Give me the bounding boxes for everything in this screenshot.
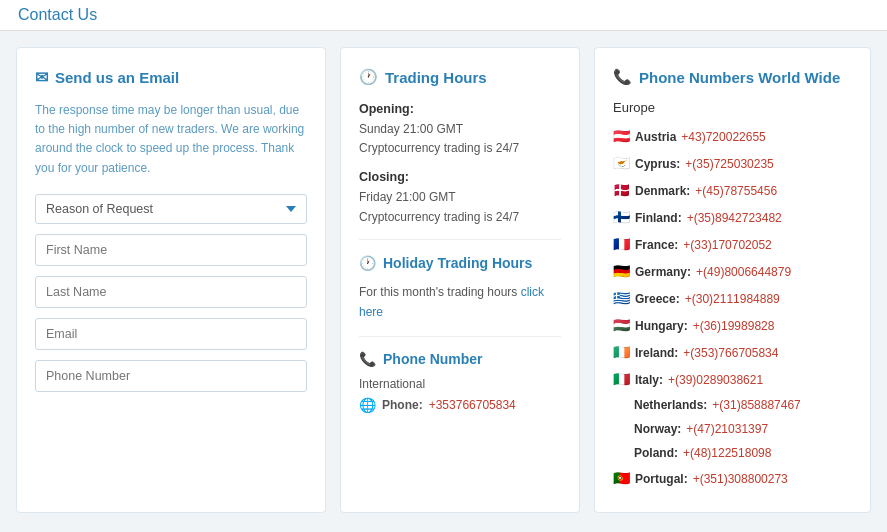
flag-icon: 🇩🇰 xyxy=(613,180,630,201)
email-section-title: ✉ Send us an Email xyxy=(35,68,307,87)
closing-label: Closing: xyxy=(359,170,561,184)
trading-panel: 🕐 Trading Hours Opening: Sunday 21:00 GM… xyxy=(340,47,580,513)
country-item: 🇩🇰Denmark:+(45)78755456 xyxy=(613,177,852,204)
clock-icon-2: 🕐 xyxy=(359,254,376,274)
holiday-link[interactable]: click here xyxy=(359,285,544,318)
intl-label: International xyxy=(359,377,561,391)
phone-label: Phone: xyxy=(382,398,423,412)
holiday-text: For this month's trading hours click her… xyxy=(359,283,561,321)
phone-number-title: 📞 Phone Number xyxy=(359,351,561,367)
email-icon: ✉ xyxy=(35,68,48,87)
country-name: Ireland: xyxy=(635,344,678,362)
flag-icon: 🇨🇾 xyxy=(613,153,630,174)
country-item: 🇭🇺Hungary:+(36)19989828 xyxy=(613,312,852,339)
country-list: 🇦🇹Austria+43)720022655🇨🇾Cyprus:+(35)7250… xyxy=(613,123,852,492)
reason-dropdown-group: Reason of Request Technical Support Acco… xyxy=(35,194,307,224)
country-item: Norway:+(47)21031397 xyxy=(613,417,852,441)
country-item: 🇩🇪Germany:+(49)8006644879 xyxy=(613,258,852,285)
worldwide-panel: 📞 Phone Numbers World Wide Europe 🇦🇹Aust… xyxy=(594,47,871,513)
page-header: Contact Us xyxy=(0,0,887,31)
country-phone: +(33)170702052 xyxy=(683,236,771,254)
clock-icon: 🕐 xyxy=(359,68,378,86)
country-phone: +(49)8006644879 xyxy=(696,263,791,281)
country-phone: +43)720022655 xyxy=(681,128,765,146)
country-name: Greece: xyxy=(635,290,680,308)
country-item: 🇮🇹Italy:+(39)0289038621 xyxy=(613,366,852,393)
country-name: Hungary: xyxy=(635,317,688,335)
phone-row: 🌐 Phone: +353766705834 xyxy=(359,397,561,413)
flag-icon: 🇮🇪 xyxy=(613,342,630,363)
country-name: Poland: xyxy=(634,444,678,462)
country-item: Poland:+(48)122518098 xyxy=(613,441,852,465)
country-name: Portugal: xyxy=(635,470,688,488)
globe-icon: 🌐 xyxy=(359,397,376,413)
country-phone: +(35)725030235 xyxy=(685,155,773,173)
last-name-input[interactable] xyxy=(35,276,307,308)
phone-group xyxy=(35,360,307,392)
country-phone: +(35)8942723482 xyxy=(687,209,782,227)
flag-icon: 🇵🇹 xyxy=(613,468,630,489)
country-phone: +(48)122518098 xyxy=(683,444,771,462)
trading-hours-title: 🕐 Trading Hours xyxy=(359,68,561,86)
country-item: Netherlands:+(31)858887467 xyxy=(613,393,852,417)
region-label: Europe xyxy=(613,100,852,115)
country-item: 🇬🇷Greece:+(30)2111984889 xyxy=(613,285,852,312)
country-name: Italy: xyxy=(635,371,663,389)
email-panel: ✉ Send us an Email The response time may… xyxy=(16,47,326,513)
flag-icon: 🇫🇷 xyxy=(613,234,630,255)
email-input[interactable] xyxy=(35,318,307,350)
flag-icon: 🇭🇺 xyxy=(613,315,630,336)
first-name-input[interactable] xyxy=(35,234,307,266)
flag-icon: 🇫🇮 xyxy=(613,207,630,228)
country-phone: +(30)2111984889 xyxy=(685,290,780,308)
country-item: 🇮🇪Ireland:+(353)766705834 xyxy=(613,339,852,366)
holiday-section: 🕐 Holiday Trading Hours For this month's… xyxy=(359,239,561,322)
country-name: Germany: xyxy=(635,263,691,281)
holiday-title: 🕐 Holiday Trading Hours xyxy=(359,254,561,274)
country-phone: +(353)766705834 xyxy=(683,344,778,362)
country-name: Austria xyxy=(635,128,676,146)
country-item: 🇫🇷France:+(33)170702052 xyxy=(613,231,852,258)
country-name: France: xyxy=(635,236,678,254)
country-item: 🇵🇹Portugal:+(351)308800273 xyxy=(613,465,852,492)
flag-icon: 🇦🇹 xyxy=(613,126,630,147)
flag-icon: 🇮🇹 xyxy=(613,369,630,390)
country-name: Norway: xyxy=(634,420,681,438)
country-name: Finland: xyxy=(635,209,682,227)
country-name: Netherlands: xyxy=(634,396,707,414)
flag-icon: 🇩🇪 xyxy=(613,261,630,282)
country-phone: +(39)0289038621 xyxy=(668,371,763,389)
page-title: Contact Us xyxy=(18,6,869,24)
country-phone: +(47)21031397 xyxy=(686,420,768,438)
country-phone: +(45)78755456 xyxy=(695,182,777,200)
closing-value: Friday 21:00 GMT Cryptocurrency trading … xyxy=(359,188,561,226)
worldwide-title: 📞 Phone Numbers World Wide xyxy=(613,68,852,86)
phone-worldwide-icon: 📞 xyxy=(613,68,632,86)
country-item: 🇦🇹Austria+43)720022655 xyxy=(613,123,852,150)
info-text: The response time may be longer than usu… xyxy=(35,101,307,178)
country-phone: +(351)308800273 xyxy=(693,470,788,488)
phone-value: +353766705834 xyxy=(429,398,516,412)
phone-icon: 📞 xyxy=(359,351,376,367)
flag-icon: 🇬🇷 xyxy=(613,288,630,309)
last-name-group xyxy=(35,276,307,308)
reason-dropdown[interactable]: Reason of Request Technical Support Acco… xyxy=(35,194,307,224)
country-phone: +(31)858887467 xyxy=(712,396,800,414)
phone-input[interactable] xyxy=(35,360,307,392)
country-name: Cyprus: xyxy=(635,155,680,173)
email-group xyxy=(35,318,307,350)
country-phone: +(36)19989828 xyxy=(693,317,775,335)
opening-value: Sunday 21:00 GMT Cryptocurrency trading … xyxy=(359,120,561,158)
country-name: Denmark: xyxy=(635,182,690,200)
country-item: 🇫🇮Finland:+(35)8942723482 xyxy=(613,204,852,231)
opening-label: Opening: xyxy=(359,102,561,116)
country-item: 🇨🇾Cyprus:+(35)725030235 xyxy=(613,150,852,177)
first-name-group xyxy=(35,234,307,266)
phone-section: 📞 Phone Number International 🌐 Phone: +3… xyxy=(359,336,561,413)
